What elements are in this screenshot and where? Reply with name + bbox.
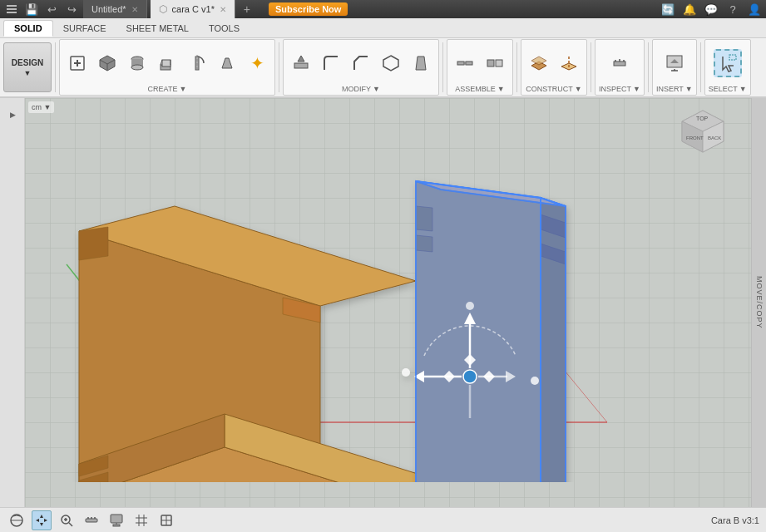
divider-4 (516, 42, 517, 92)
sync-icon[interactable]: 🔄 (660, 1, 676, 17)
grid (25, 98, 751, 507)
units-tool[interactable] (156, 510, 176, 530)
pan-tool[interactable] (32, 510, 52, 530)
insert-icons (660, 42, 689, 85)
modify-label[interactable]: MODIFY ▼ (342, 85, 380, 93)
as-built-joint-icon[interactable] (481, 49, 509, 77)
svg-marker-30 (531, 57, 546, 65)
main-toolbar: DESIGN ▼ (0, 38, 766, 98)
chamfer-icon[interactable] (347, 49, 375, 77)
modify-group: MODIFY ▼ (283, 39, 439, 96)
tab-untitled[interactable]: Untitled* ✕ (83, 0, 147, 18)
svg-line-97 (69, 523, 72, 526)
construct-label[interactable]: CONSTRUCT ▼ (526, 85, 581, 93)
tab-surface[interactable]: SURFACE (53, 21, 116, 36)
svg-rect-24 (457, 62, 464, 65)
notification-icon[interactable]: 🔔 (681, 1, 698, 17)
tab-close-untitled[interactable]: ✕ (131, 5, 138, 14)
svg-marker-93 (40, 523, 43, 526)
svg-rect-2 (7, 12, 17, 13)
orbit-tool[interactable] (7, 510, 27, 530)
new-tab-button[interactable]: + (239, 1, 255, 17)
box-icon[interactable] (93, 49, 121, 77)
divider-2 (279, 42, 279, 92)
measure-tool[interactable] (82, 510, 101, 530)
tab-solid[interactable]: SOLID (3, 20, 53, 37)
cylinder-icon[interactable] (123, 49, 151, 77)
select-label[interactable]: SELECT ▼ (709, 85, 747, 93)
create-group: ✦ CREATE ▼ (59, 39, 275, 96)
svg-marker-21 (298, 56, 304, 62)
assemble-label[interactable]: ASSEMBLE ▼ (455, 85, 504, 93)
svg-marker-19 (222, 58, 232, 68)
joint-icon[interactable] (451, 49, 479, 77)
svg-rect-20 (294, 63, 308, 68)
coordinate-indicator: cm ▼ (28, 101, 54, 113)
chat-icon[interactable]: 💬 (703, 1, 719, 17)
fillet-icon[interactable] (317, 49, 345, 77)
svg-rect-0 (7, 5, 17, 7)
insert-image-icon[interactable] (660, 49, 689, 77)
insert-group: INSERT ▼ (652, 39, 697, 96)
bottom-toolbar: Cara B v3:1 (0, 507, 766, 532)
tab-sheet-metal[interactable]: SHEET METAL (116, 21, 199, 36)
svg-rect-104 (111, 515, 122, 523)
draft-icon[interactable] (407, 49, 435, 77)
extrude-icon[interactable] (153, 49, 181, 77)
inspect-group: INSPECT ▼ (595, 39, 645, 96)
measure-icon[interactable] (605, 49, 634, 77)
subscribe-button[interactable]: Subscribe Now (269, 2, 348, 16)
divider-1 (55, 42, 56, 92)
loft-icon[interactable] (213, 49, 241, 77)
svg-point-12 (131, 65, 143, 70)
svg-rect-100 (86, 519, 97, 522)
svg-point-26 (463, 62, 467, 65)
zoom-window-tool[interactable] (57, 510, 77, 530)
midplane-icon[interactable] (555, 49, 583, 77)
redo-icon[interactable]: ↪ (63, 1, 80, 17)
svg-rect-33 (614, 62, 625, 66)
svg-rect-41 (729, 55, 736, 60)
undo-icon[interactable]: ↩ (43, 1, 60, 17)
inspect-label[interactable]: INSPECT ▼ (599, 85, 640, 93)
grid-settings-tool[interactable] (131, 510, 151, 530)
help-icon[interactable]: ? (724, 1, 741, 17)
insert-label[interactable]: INSERT ▼ (656, 85, 693, 93)
viewport-canvas[interactable]: TOP FRONT BACK cm ▼ (25, 98, 751, 507)
app-menu-icon[interactable] (3, 1, 20, 17)
toolbar-tabs: SOLID SURFACE SHEET METAL TOOLS (0, 18, 766, 38)
create-icons: ✦ (63, 42, 271, 85)
select-group: SELECT ▼ (704, 39, 751, 96)
sidebar-expand-icon[interactable]: ▶ (2, 105, 22, 125)
divider-7 (700, 42, 701, 92)
sweep-icon[interactable]: ✦ (243, 49, 271, 77)
create-label[interactable]: CREATE ▼ (148, 85, 187, 93)
new-component-icon[interactable] (63, 49, 91, 77)
tab-tools[interactable]: TOOLS (199, 21, 250, 36)
assemble-icons (451, 42, 509, 85)
save-icon[interactable]: 💾 (23, 1, 40, 17)
offset-plane-icon[interactable] (525, 49, 553, 77)
svg-marker-95 (44, 519, 47, 522)
svg-text:FRONT: FRONT (686, 135, 704, 140)
assemble-group: ASSEMBLE ▼ (447, 39, 513, 96)
svg-text:TOP: TOP (696, 116, 709, 121)
viewcube[interactable]: TOP FRONT BACK (678, 106, 728, 156)
construct-group: CONSTRUCT ▼ (521, 39, 587, 96)
svg-rect-27 (487, 60, 494, 66)
modify-icons (287, 42, 435, 85)
tab-close-cara-c[interactable]: ✕ (220, 5, 226, 14)
svg-marker-94 (36, 519, 39, 522)
user-icon[interactable]: 👤 (746, 1, 763, 17)
move-copy-handle[interactable]: MOVE/COPY (751, 98, 766, 507)
press-pull-icon[interactable] (287, 49, 315, 77)
divider-3 (442, 42, 443, 92)
tab-cara-c[interactable]: ⬡ cara C v1* ✕ (151, 0, 235, 18)
select-icon[interactable] (714, 49, 742, 77)
display-settings-tool[interactable] (106, 510, 126, 530)
revolve-icon[interactable] (183, 49, 211, 77)
top-bar: 💾 ↩ ↪ Untitled* ✕ ⬡ cara C v1* ✕ + Subsc… (0, 0, 766, 18)
inspect-icons (605, 42, 634, 85)
shell-icon[interactable] (377, 49, 405, 77)
design-button[interactable]: DESIGN ▼ (3, 42, 52, 92)
